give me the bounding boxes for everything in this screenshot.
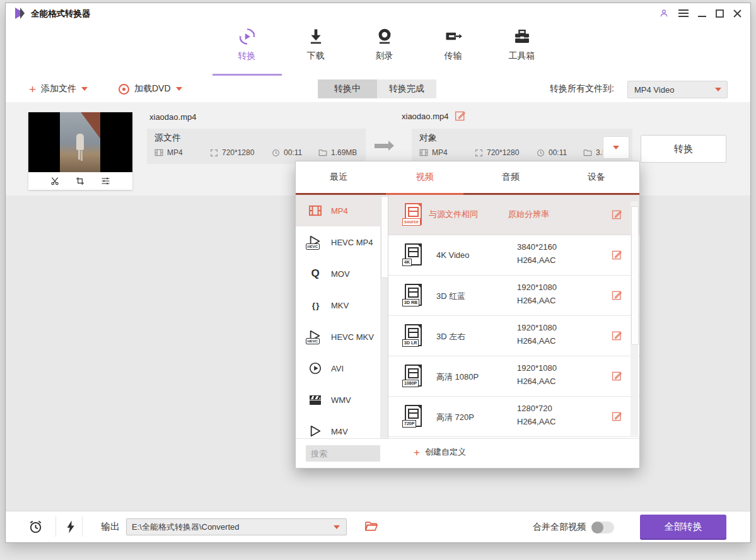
- scrollbar-thumb[interactable]: [631, 206, 639, 345]
- nav-tab-burn[interactable]: 刻录: [350, 27, 419, 62]
- high-speed-bolt-icon[interactable]: [64, 520, 77, 534]
- edit-preset-icon[interactable]: [612, 330, 622, 341]
- nav-tab-download[interactable]: 下载: [281, 27, 350, 62]
- convert-icon: [238, 27, 257, 46]
- open-folder-icon[interactable]: [364, 520, 378, 532]
- bottom-bar: 输出 E:\全能格式转换器\Converted 合并全部视频 全部转换: [6, 511, 750, 542]
- clock-icon: [272, 149, 280, 157]
- rename-edit-icon[interactable]: [455, 110, 466, 122]
- preset-list-scrollbar[interactable]: [631, 201, 638, 436]
- add-files-label: 添加文件: [41, 83, 76, 95]
- play-circle-icon: [307, 361, 323, 375]
- tab-device[interactable]: 设备: [554, 161, 639, 193]
- target-format: MP4: [432, 148, 448, 157]
- preset-resolution: 1920*1080: [517, 363, 557, 373]
- output-format-select[interactable]: MP4 Video: [627, 81, 728, 98]
- maximize-icon[interactable]: [716, 9, 724, 18]
- preset-name: 4K Video: [436, 250, 470, 260]
- chevron-down-icon: [334, 525, 340, 529]
- quicktime-icon: Q: [307, 267, 323, 280]
- tab-recent[interactable]: 最近: [296, 161, 381, 193]
- merge-videos-toggle[interactable]: [591, 522, 614, 534]
- format-item-avi[interactable]: AVI: [296, 353, 388, 384]
- source-size: 1.69MB: [331, 148, 357, 157]
- format-item-hevc-mkv[interactable]: HEVC HEVC MKV: [296, 321, 388, 353]
- preset-codec: H264,AAC: [517, 376, 555, 386]
- format-item-m4v[interactable]: M4V: [296, 416, 388, 438]
- chevron-down-icon[interactable]: [81, 87, 88, 91]
- effects-sliders-icon[interactable]: [100, 176, 111, 186]
- convert-button[interactable]: 转换: [641, 135, 726, 163]
- edit-preset-icon[interactable]: [612, 290, 622, 301]
- account-icon[interactable]: [659, 8, 669, 18]
- download-icon: [306, 27, 325, 46]
- close-icon[interactable]: [733, 9, 741, 18]
- tab-finished[interactable]: 转换完成: [377, 79, 436, 98]
- format-list-scrollbar[interactable]: [380, 195, 388, 438]
- nav-tab-transfer[interactable]: 传输: [419, 27, 487, 62]
- load-dvd-button[interactable]: 加载DVD: [119, 76, 182, 102]
- output-path-select[interactable]: E:\全能格式转换器\Converted: [126, 518, 347, 535]
- format-item-mov[interactable]: Q MOV: [296, 258, 388, 289]
- app-logo-icon: [15, 8, 25, 19]
- schedule-clock-icon[interactable]: [28, 519, 44, 535]
- nav-tab-toolbox[interactable]: 工具箱: [487, 27, 556, 62]
- nav-label: 下载: [307, 50, 325, 62]
- create-custom-button[interactable]: + 创建自定义: [414, 446, 466, 458]
- format-popup: 最近 视频 音频 设备 MP4 HEVC HEVC MP4 Q MOV: [295, 161, 640, 469]
- preset-row-same-as-source[interactable]: source 与源文件相同 原始分辨率: [388, 195, 639, 235]
- load-dvd-label: 加载DVD: [134, 83, 171, 95]
- crop-icon[interactable]: [75, 176, 85, 186]
- chevron-down-icon: [613, 146, 619, 149]
- edit-preset-icon[interactable]: [612, 209, 622, 220]
- edit-preset-icon[interactable]: [612, 250, 622, 260]
- film-icon: [419, 149, 428, 156]
- scrollbar-thumb[interactable]: [381, 196, 388, 278]
- format-item-mkv[interactable]: { } MKV: [296, 289, 388, 321]
- format-label: MKV: [331, 301, 349, 310]
- main-nav: 转换 下载 刻录 传输 工具箱: [6, 24, 750, 76]
- minimize-icon[interactable]: [698, 9, 706, 18]
- preset-codec: H264,AAC: [517, 417, 555, 426]
- tab-audio[interactable]: 音频: [468, 161, 554, 193]
- transfer-icon: [444, 27, 463, 46]
- queue-tabs: 转换中 转换完成: [318, 79, 436, 98]
- output-label: 输出: [101, 521, 120, 533]
- source-panel-title: 源文件: [154, 132, 181, 144]
- tab-video[interactable]: 视频: [381, 161, 467, 193]
- source-format: MP4: [167, 148, 183, 157]
- preset-resolution: 1280*720: [517, 404, 552, 413]
- clapperboard-icon: [307, 395, 323, 405]
- search-input[interactable]: [306, 445, 380, 462]
- chevron-down-icon[interactable]: [176, 87, 182, 91]
- format-item-mp4[interactable]: MP4: [296, 195, 388, 226]
- format-item-hevc-mp4[interactable]: HEVC HEVC MP4: [296, 226, 388, 258]
- target-panel-title: 对象: [419, 132, 437, 144]
- target-format-dropdown-button[interactable]: [603, 136, 629, 159]
- preset-row-4k[interactable]: 4K 4K Video 3840*2160 H264,AAC: [388, 235, 639, 276]
- edit-preset-icon[interactable]: [612, 411, 622, 422]
- target-file-name: xiaodao.mp4: [402, 112, 448, 121]
- preset-resolution: 1920*1080: [517, 323, 557, 332]
- format-item-wmv[interactable]: WMV: [296, 384, 388, 416]
- tab-converting[interactable]: 转换中: [318, 79, 377, 98]
- preset-file-icon: 3D LR: [405, 324, 422, 346]
- title-bar: 全能格式转换器: [6, 3, 750, 24]
- preset-resolution: 原始分辨率: [508, 209, 549, 220]
- trim-scissors-icon[interactable]: [50, 176, 60, 186]
- preset-row-3d-lr[interactable]: 3D LR 3D 左右 1920*1080 H264,AAC: [388, 316, 639, 356]
- thumbnail-image: [28, 112, 132, 172]
- divider: [55, 516, 56, 537]
- add-files-button[interactable]: + 添加文件: [29, 76, 88, 102]
- hevc-play-icon: HEVC: [307, 235, 323, 249]
- preset-row-1080p[interactable]: 1080P 高清 1080P 1920*1080 H264,AAC: [388, 356, 639, 397]
- convert-all-button[interactable]: 全部转换: [640, 515, 726, 540]
- preset-name: 与源文件相同: [429, 209, 478, 220]
- nav-tab-convert[interactable]: 转换: [212, 27, 281, 62]
- preset-row-3d-rb[interactable]: 3D RB 3D 红蓝 1920*1080 H264,AAC: [388, 276, 639, 316]
- preset-resolution: 3840*2160: [517, 242, 557, 252]
- preset-row-720p[interactable]: 720P 高清 720P 1280*720 H264,AAC: [388, 397, 639, 437]
- menu-icon[interactable]: [678, 9, 689, 18]
- play-outline-icon: [307, 425, 323, 438]
- edit-preset-icon[interactable]: [612, 371, 622, 382]
